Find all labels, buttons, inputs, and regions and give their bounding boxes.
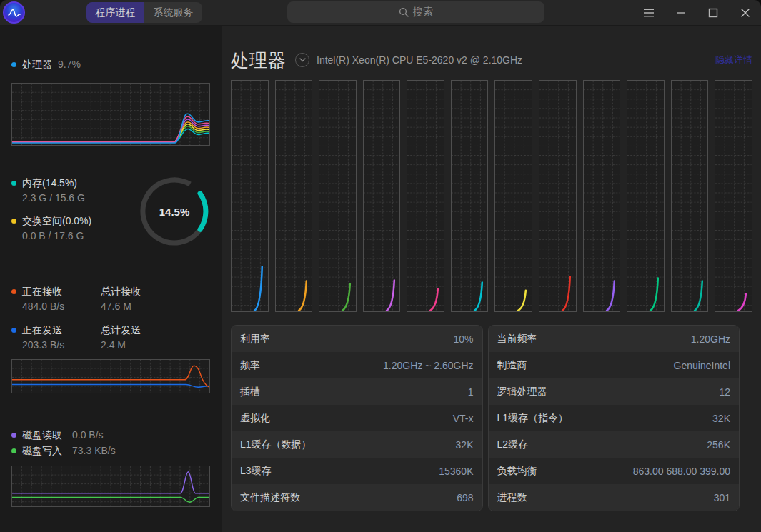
sidebar-item-cpu[interactable]: 处理器 9.7% (11, 57, 210, 71)
cpu-detail-header: 处理器 Intel(R) Xeon(R) CPU E5-2620 v2 @ 2.… (231, 47, 752, 73)
table-row: 制造商GenuineIntel (489, 352, 740, 378)
table-row-label: 频率 (240, 359, 260, 372)
table-row: L1缓存（数据）32K (232, 431, 482, 458)
table-row-value: 1 (468, 386, 474, 398)
tab-services[interactable]: 系统服务 (144, 2, 202, 23)
network-send-total-value: 2.4 M (101, 337, 210, 353)
system-monitor-window: 程序进程 系统服务 搜索 (0, 0, 761, 532)
disk-write-bullet-icon (11, 448, 16, 453)
table-row-value: 1.20GHz (691, 333, 730, 345)
cpu-mini-chart (11, 83, 210, 146)
network-recv-bullet-icon (11, 289, 16, 294)
network-send-total-label: 总计发送 (101, 323, 210, 337)
window-controls (632, 0, 761, 26)
disk-read-label: 磁盘读取 (22, 427, 62, 443)
close-icon (740, 8, 750, 18)
cpu-core-chart-4 (363, 80, 401, 312)
search-placeholder: 搜索 (413, 6, 433, 19)
table-row: 文件描述符数698 (232, 484, 482, 511)
table-row-value: 301 (714, 492, 730, 503)
table-row-value: 10% (453, 333, 473, 345)
hamburger-icon (643, 9, 655, 17)
table-row-label: 负载均衡 (497, 465, 537, 478)
swap-label: 交换空间(0.0%) (22, 214, 91, 228)
network-send-bullet-icon (11, 328, 16, 333)
network-recv-total-label: 总计接收 (101, 284, 210, 298)
minimize-icon (676, 8, 686, 18)
table-row-value: 1.20GHz ~ 2.60GHz (383, 360, 473, 371)
sidebar-item-memory[interactable]: 内存(14.5%) 2.3 G / 15.6 G 交换空间(0.0%) 0.0 … (11, 176, 210, 247)
disk-read-bullet-icon (11, 433, 16, 438)
cpu-core-chart-12 (715, 80, 752, 312)
table-row: 负载均衡863.00 688.00 399.00 (489, 458, 740, 484)
hide-details-link[interactable]: 隐藏详情 (715, 54, 752, 66)
table-row-value: GenuineIntel (674, 360, 730, 371)
cpu-label: 处理器 (22, 57, 52, 71)
table-row: L3缓存15360K (232, 458, 482, 484)
table-row-label: 插槽 (240, 386, 260, 398)
minimize-button[interactable] (665, 0, 697, 26)
close-button[interactable] (729, 0, 761, 26)
cpu-info-table-right: 当前频率1.20GHz制造商GenuineIntel逻辑处理器12L1缓存（指令… (488, 325, 740, 511)
tab-processes[interactable]: 程序进程 (86, 2, 144, 23)
cpu-bullet-icon (11, 62, 16, 67)
mode-tabs: 程序进程 系统服务 (86, 2, 202, 23)
network-recv-label: 正在接收 (22, 284, 62, 298)
table-row-value: 698 (457, 492, 473, 503)
network-recv-value: 484.0 B/s (11, 298, 101, 314)
swap-detail: 0.0 B / 17.6 G (22, 228, 91, 244)
network-mini-chart (11, 359, 210, 393)
search-icon (399, 7, 409, 17)
main-panel: 处理器 Intel(R) Xeon(R) CPU E5-2620 v2 @ 2.… (222, 26, 761, 532)
memory-bullet-icon (11, 181, 16, 186)
table-row-label: 当前频率 (497, 333, 537, 346)
swap-bullet-icon (11, 219, 16, 224)
table-row-value: 12 (719, 386, 730, 398)
page-title: 处理器 (231, 49, 287, 72)
sidebar: 处理器 9.7% (0, 26, 222, 532)
cpu-core-chart-1 (231, 80, 269, 312)
cpu-core-chart-6 (451, 80, 489, 312)
collapse-toggle-button[interactable] (295, 53, 309, 67)
memory-label: 内存(14.5%) (22, 176, 77, 190)
table-row-label: 制造商 (497, 359, 527, 372)
table-row-label: 虚拟化 (240, 412, 270, 425)
titlebar: 程序进程 系统服务 搜索 (0, 0, 761, 26)
menu-button[interactable] (632, 0, 665, 26)
table-row-label: 利用率 (240, 333, 270, 346)
memory-detail: 2.3 G / 15.6 G (22, 190, 91, 206)
cpu-core-grid (231, 80, 752, 312)
table-row: L1缓存（指令）32K (489, 405, 740, 431)
search-input[interactable]: 搜索 (287, 1, 544, 23)
table-row: 插槽1 (232, 378, 482, 405)
sidebar-item-network[interactable]: 正在接收 总计接收 484.0 B/s 47.6 M 正在发送 总计发送 203… (11, 284, 210, 393)
table-row-value: 32K (456, 439, 474, 451)
table-row-value: 863.00 688.00 399.00 (633, 466, 730, 477)
table-row-label: L3缓存 (240, 465, 272, 478)
disk-read-value: 0.0 B/s (72, 427, 104, 443)
cpu-core-chart-3 (319, 80, 357, 312)
maximize-button[interactable] (697, 0, 729, 26)
maximize-icon (708, 8, 718, 18)
cpu-info-table: 利用率10%频率1.20GHz ~ 2.60GHz插槽1虚拟化VT-xL1缓存（… (231, 325, 740, 511)
disk-mini-chart (11, 466, 210, 507)
table-row-label: L2缓存 (497, 438, 529, 451)
table-row: 逻辑处理器12 (489, 378, 740, 405)
network-recv-total-value: 47.6 M (101, 298, 210, 314)
table-row-value: 15360K (439, 466, 473, 477)
table-row: 虚拟化VT-x (232, 405, 482, 431)
network-send-label: 正在发送 (22, 323, 62, 337)
table-row: 进程数301 (489, 484, 740, 511)
cpu-core-chart-10 (627, 80, 665, 312)
cpu-core-chart-9 (583, 80, 621, 312)
table-row-value: VT-x (453, 413, 474, 424)
disk-write-value: 73.3 KB/s (72, 443, 116, 458)
chevron-down-icon (299, 58, 306, 62)
table-row: 利用率10% (232, 326, 482, 352)
cpu-usage-value: 9.7% (58, 57, 81, 71)
table-row-label: 进程数 (497, 491, 527, 504)
cpu-core-chart-11 (671, 80, 709, 312)
sidebar-item-disk[interactable]: 磁盘读取 0.0 B/s 磁盘写入 73.3 KB/s (11, 427, 210, 507)
table-row-label: 文件描述符数 (240, 491, 300, 504)
table-row: 当前频率1.20GHz (489, 326, 740, 352)
